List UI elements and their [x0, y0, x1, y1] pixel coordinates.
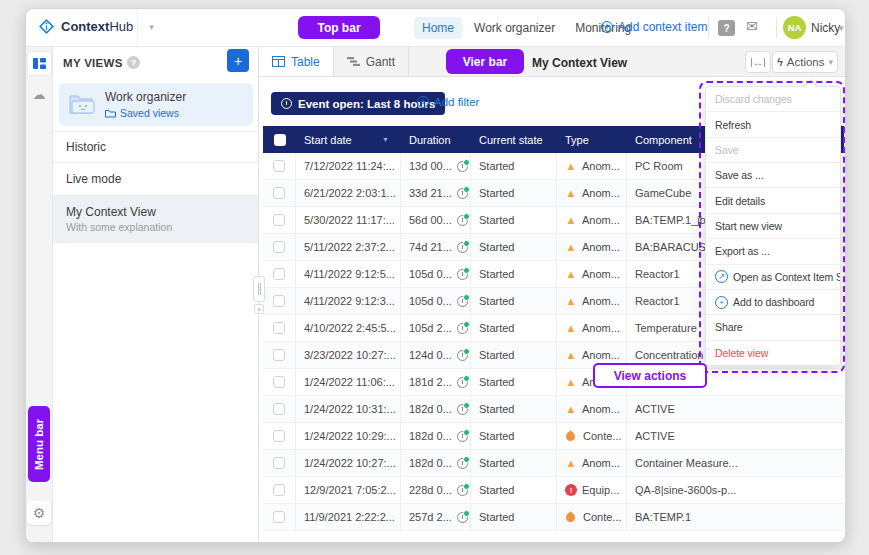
- sort-desc-icon[interactable]: ▼: [382, 136, 389, 143]
- row-checkbox[interactable]: [273, 403, 285, 415]
- table-row[interactable]: 1/24/2022 10:27:... 182d 0... Started An…: [263, 450, 844, 477]
- timer-icon: [457, 161, 468, 172]
- tab-label: Table: [291, 55, 320, 69]
- sidebar-title: MY VIEWS: [63, 57, 123, 69]
- cell-duration: 74d 21...: [409, 241, 452, 253]
- cell-duration: 182d 0...: [409, 457, 452, 469]
- row-checkbox[interactable]: [273, 214, 285, 226]
- row-checkbox[interactable]: [273, 160, 285, 172]
- menu-item-add-to-dashboard[interactable]: + Add to dashboard: [706, 290, 840, 315]
- menu-item-share[interactable]: Share: [706, 315, 840, 340]
- user-name[interactable]: Nicky: [811, 21, 840, 35]
- avatar[interactable]: NA: [783, 16, 806, 39]
- cell-start-date: 7/12/2022 11:24:...: [296, 153, 401, 179]
- cell-current-state: Started: [471, 180, 557, 206]
- column-current-state[interactable]: Current state: [471, 126, 557, 153]
- table-row[interactable]: 12/9/2021 7:05:2... 228d 0... Started Eq…: [263, 477, 844, 504]
- timer-icon: [457, 404, 468, 415]
- actions-button[interactable]: ϟ Actions ▾: [772, 51, 838, 73]
- table-row[interactable]: 1/24/2022 11:06:... 181d 2... Started An…: [263, 369, 844, 396]
- tab-gantt[interactable]: Gantt: [334, 47, 409, 76]
- sidebar-item-my-context-view[interactable]: My Context View With some explanation: [53, 196, 258, 243]
- type-icon: [564, 430, 577, 443]
- cell-duration: 33d 21...: [409, 187, 452, 199]
- select-all-checkbox[interactable]: [274, 134, 286, 146]
- sidebar-collapse-button[interactable]: ×: [254, 304, 264, 314]
- cell-duration: 13d 00...: [409, 160, 452, 172]
- menu-item-edit-details[interactable]: Edit details: [706, 188, 840, 213]
- views-rail-button[interactable]: [28, 52, 51, 75]
- cell-type: Conte...: [583, 430, 622, 442]
- tab-table[interactable]: Table: [259, 47, 334, 76]
- sidebar-item-live-mode[interactable]: Live mode: [53, 163, 258, 196]
- cell-duration: 181d 2...: [409, 376, 452, 388]
- sidebar-item-historic[interactable]: Historic: [53, 132, 258, 163]
- add-view-button[interactable]: +: [227, 49, 249, 72]
- menu-item-refresh[interactable]: Refresh: [706, 112, 840, 137]
- open-external-icon: ↗: [715, 270, 728, 283]
- add-filter-button[interactable]: + Add filter: [417, 96, 479, 108]
- annotation-menu-bar: Menu bar: [28, 406, 50, 482]
- sidebar-item-label: Historic: [66, 140, 258, 154]
- column-type[interactable]: Type: [557, 126, 627, 153]
- user-menu-chevron-icon[interactable]: ▾: [839, 23, 844, 33]
- contexthub-logo-icon: [38, 18, 55, 35]
- menu-item-open-as-context-item-search[interactable]: ↗ Open as Context Item Search: [706, 265, 840, 290]
- settings-button[interactable]: ⚙: [27, 501, 51, 525]
- timer-icon: [457, 215, 468, 226]
- help-button[interactable]: ?: [718, 20, 735, 36]
- cell-component: ACTIVE: [627, 396, 844, 422]
- menu-item-save-as[interactable]: Save as ...: [706, 163, 840, 188]
- sidebar-resize-handle[interactable]: [253, 276, 265, 302]
- cell-duration: 257d 2...: [409, 511, 452, 523]
- row-checkbox[interactable]: [273, 349, 285, 361]
- row-checkbox[interactable]: [273, 268, 285, 280]
- column-duration[interactable]: Duration: [401, 126, 471, 153]
- cell-current-state: Started: [471, 450, 557, 476]
- row-checkbox[interactable]: [273, 295, 285, 307]
- row-checkbox[interactable]: [273, 430, 285, 442]
- timer-icon: [457, 458, 468, 469]
- cell-current-state: Started: [471, 369, 557, 395]
- timer-icon: [457, 242, 468, 253]
- saved-views-card[interactable]: Work organizer Saved views: [59, 83, 253, 126]
- cell-type: Anom...: [582, 322, 620, 334]
- cell-component: Container Measure...: [627, 450, 844, 476]
- type-icon: [565, 457, 577, 469]
- chevron-down-icon: ▾: [829, 57, 834, 67]
- nav-item-work-organizer[interactable]: Work organizer: [466, 17, 563, 39]
- menu-item-delete-view[interactable]: Delete view: [706, 341, 840, 365]
- add-context-item-button[interactable]: + Add context item: [601, 20, 707, 34]
- folder-icon: [105, 109, 116, 118]
- cell-start-date: 1/24/2022 10:29:...: [296, 423, 401, 449]
- row-checkbox[interactable]: [273, 322, 285, 334]
- chevron-down-icon[interactable]: ▾: [149, 22, 154, 32]
- cell-current-state: Started: [471, 504, 557, 530]
- sidebar-help-icon[interactable]: ?: [127, 56, 140, 69]
- menu-item-start-new-view[interactable]: Start new view: [706, 214, 840, 239]
- table-row[interactable]: 1/24/2022 10:29:... 182d 0... Started Co…: [263, 423, 844, 450]
- cloud-upload-button[interactable]: ☁: [26, 87, 52, 102]
- table-row[interactable]: 11/9/2021 2:22:2... 257d 2... Started Co…: [263, 504, 844, 531]
- row-checkbox[interactable]: [273, 511, 285, 523]
- filter-chip-label: Event open: Last 8 hours: [298, 98, 435, 110]
- column-start-date[interactable]: Start date ▼: [296, 126, 401, 153]
- table-icon: [272, 56, 285, 67]
- menu-item-export-as[interactable]: Export as ...: [706, 239, 840, 264]
- cell-current-state: Started: [471, 207, 557, 233]
- type-icon: [565, 214, 577, 226]
- sidebar-item-subtitle: With some explanation: [66, 221, 258, 233]
- saved-views-link[interactable]: Saved views: [105, 107, 179, 119]
- row-checkbox[interactable]: [273, 457, 285, 469]
- nav-item-home[interactable]: Home: [414, 17, 462, 39]
- icon-rail: ☁ Menu bar ⚙: [26, 47, 53, 542]
- row-checkbox[interactable]: [273, 484, 285, 496]
- messages-button[interactable]: ✉: [746, 18, 758, 34]
- row-checkbox[interactable]: [273, 241, 285, 253]
- row-checkbox[interactable]: [273, 187, 285, 199]
- table-row[interactable]: 1/24/2022 10:31:... 182d 0... Started An…: [263, 396, 844, 423]
- cell-type: Conte...: [583, 511, 622, 523]
- cell-type: Anom...: [582, 160, 620, 172]
- fit-width-button[interactable]: ↔: [745, 51, 771, 73]
- row-checkbox[interactable]: [273, 376, 285, 388]
